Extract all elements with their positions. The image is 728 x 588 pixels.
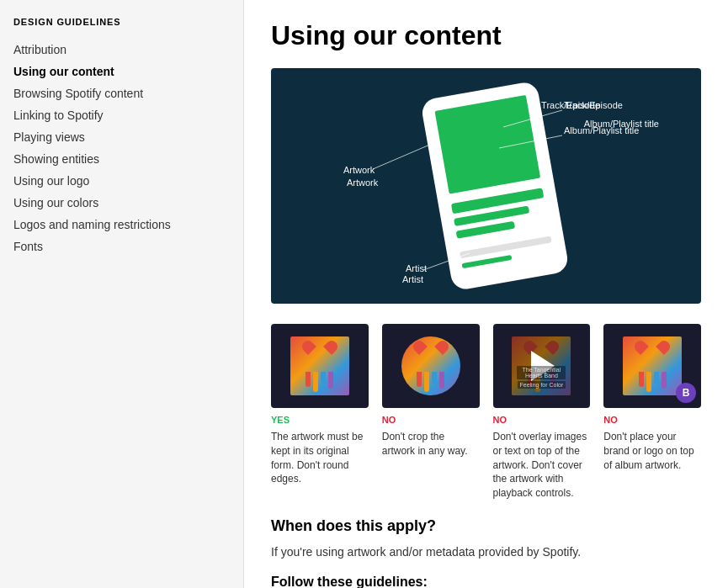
example-thumb-3: The Tangential Hearts Band Feeling for C… bbox=[493, 324, 591, 408]
sidebar-section-title: DESIGN GUIDELINES bbox=[13, 17, 230, 27]
overlay-band-name: The Tangential Hearts Band bbox=[517, 366, 566, 379]
status-label-1: YES bbox=[271, 415, 369, 425]
hero-illustration: Track/Episode Album/Playlist title Artwo… bbox=[276, 68, 697, 304]
sidebar-item-browsing-spotify-content[interactable]: Browsing Spotify content bbox=[13, 82, 230, 104]
annotation-artwork: Artwork bbox=[347, 177, 378, 188]
svg-rect-1 bbox=[434, 95, 540, 194]
example-thumb-1 bbox=[271, 324, 369, 408]
status-label-3: NO bbox=[493, 415, 591, 425]
thumb-art-4 bbox=[623, 336, 682, 395]
example-thumb-4: B bbox=[603, 324, 701, 408]
annotation-artist: Artist bbox=[406, 263, 427, 273]
annotation-album-playlist-title: Album/Playlist title bbox=[584, 119, 659, 129]
thumb-drips-1 bbox=[306, 372, 333, 395]
drip-1 bbox=[306, 372, 311, 387]
sidebar-item-playing-views[interactable]: Playing views bbox=[13, 126, 230, 148]
example-desc-2: Don't crop the artwork in any way. bbox=[382, 430, 480, 458]
svg-text:Artist: Artist bbox=[402, 274, 423, 284]
main-content: Using our content Track/Episode Album/Pl… bbox=[244, 0, 728, 588]
example-item-4: B NO Don't place your brand or logo on t… bbox=[603, 324, 701, 501]
drip-3 bbox=[321, 372, 326, 384]
thumb-art-3: The Tangential Hearts Band Feeling for C… bbox=[512, 336, 571, 395]
example-desc-4: Don't place your brand or logo on top of… bbox=[603, 430, 701, 472]
example-thumb-2 bbox=[382, 324, 480, 408]
example-desc-3: Don't overlay images or text on top of t… bbox=[493, 430, 591, 501]
thumb-drips-4 bbox=[639, 372, 667, 395]
overlay-album-name: Feeling for Color bbox=[518, 381, 566, 389]
sidebar-item-using-our-content[interactable]: Using our content bbox=[13, 61, 230, 82]
drip-4d bbox=[662, 372, 667, 389]
sidebar-item-attribution[interactable]: Attribution bbox=[13, 39, 230, 61]
thumb-art-1 bbox=[290, 336, 349, 395]
brand-logo-overlay: B bbox=[676, 383, 696, 403]
thumb-drips-2 bbox=[417, 372, 444, 395]
examples-row: YES The artwork must be kept in its orig… bbox=[271, 324, 701, 501]
heart-icon-2 bbox=[419, 343, 443, 363]
heart-icon-4 bbox=[640, 343, 664, 363]
drip-2 bbox=[313, 372, 318, 392]
drip-1d bbox=[639, 372, 644, 387]
sidebar-item-logos-and-naming-restrictions[interactable]: Logos and naming restrictions bbox=[13, 214, 230, 236]
page-title: Using our content bbox=[271, 20, 701, 51]
hero-image: Track/Episode Album/Playlist title Artwo… bbox=[271, 68, 701, 304]
thumb-art-2 bbox=[401, 336, 460, 395]
annotation-track-episode: Track/Episode bbox=[541, 100, 600, 110]
status-label-2: NO bbox=[382, 415, 480, 425]
drip-4b bbox=[439, 372, 444, 389]
text-overlay: The Tangential Hearts Band Feeling for C… bbox=[512, 336, 571, 395]
drip-4 bbox=[328, 372, 333, 389]
sidebar: DESIGN GUIDELINES Attribution Using our … bbox=[0, 0, 244, 588]
sidebar-item-using-our-colors[interactable]: Using our colors bbox=[13, 192, 230, 214]
sidebar-item-linking-to-spotify[interactable]: Linking to Spotify bbox=[13, 104, 230, 126]
guidelines-heading: Follow these guidelines: bbox=[271, 575, 701, 588]
sidebar-item-showing-entities[interactable]: Showing entities bbox=[13, 148, 230, 170]
svg-line-11 bbox=[373, 144, 432, 169]
drip-1b bbox=[417, 372, 422, 387]
when-heading: When does this apply? bbox=[271, 517, 701, 535]
drip-3d bbox=[654, 372, 659, 384]
example-desc-1: The artwork must be kept in its original… bbox=[271, 430, 369, 486]
example-item-1: YES The artwork must be kept in its orig… bbox=[271, 324, 369, 501]
sidebar-item-using-our-logo[interactable]: Using our logo bbox=[13, 170, 230, 192]
example-item-3: The Tangential Hearts Band Feeling for C… bbox=[493, 324, 591, 501]
example-item-2: NO Don't crop the artwork in any way. bbox=[382, 324, 480, 501]
drip-2d bbox=[646, 372, 651, 392]
when-text: If you're using artwork and/or metadata … bbox=[271, 543, 701, 561]
drip-2b bbox=[424, 372, 429, 392]
svg-text:Artwork: Artwork bbox=[343, 165, 375, 175]
drip-3b bbox=[432, 372, 437, 384]
status-label-4: NO bbox=[603, 415, 701, 425]
sidebar-item-fonts[interactable]: Fonts bbox=[13, 236, 230, 257]
heart-icon-1 bbox=[308, 343, 332, 363]
